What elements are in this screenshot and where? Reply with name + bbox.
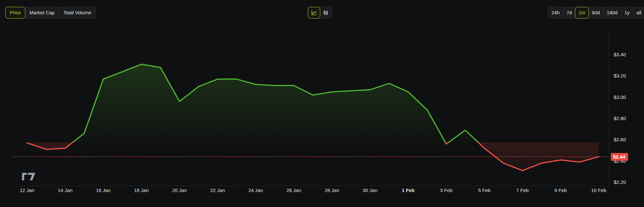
range-tab-7d[interactable]: 7d bbox=[563, 7, 575, 18]
candlestick-chart-button[interactable] bbox=[320, 7, 332, 18]
range-tab-1y[interactable]: 1y bbox=[621, 7, 633, 18]
x-tick-label: 18 Jan bbox=[134, 187, 149, 193]
x-tick-label: 20 Jan bbox=[172, 187, 187, 193]
x-tick-label: 30 Jan bbox=[363, 187, 377, 193]
range-tab-90d[interactable]: 90d bbox=[589, 7, 603, 18]
x-tick-label: 26 Jan bbox=[286, 187, 301, 193]
tab-market-cap[interactable]: Market Cap bbox=[25, 7, 59, 18]
x-tick-label: 5 Feb bbox=[478, 187, 491, 193]
y-tick-label: $3.00 bbox=[614, 94, 626, 100]
range-tab-1y-label: 1y bbox=[624, 9, 630, 16]
range-tab-7d-label: 7d bbox=[566, 9, 572, 16]
y-tick-label: $2.20 bbox=[614, 179, 626, 185]
y-tick-label: $2.80 bbox=[614, 116, 626, 121]
x-tick-label: 1 Feb bbox=[402, 187, 414, 193]
range-tab-24h[interactable]: 24h bbox=[548, 7, 563, 18]
tab-market-cap-label: Market Cap bbox=[29, 9, 55, 16]
range-tab-all[interactable]: all bbox=[633, 7, 644, 18]
range-tab-90d-label: 90d bbox=[592, 9, 600, 16]
x-tick-label: 28 Jan bbox=[324, 187, 339, 193]
x-tick-label: 7 Feb bbox=[516, 187, 529, 193]
range-tab-group: 24h 7d 1m 90d 180d 1y all bbox=[548, 7, 644, 19]
range-tab-180d-label: 180d bbox=[607, 9, 618, 16]
line-chart-icon bbox=[311, 9, 317, 16]
x-tick-label: 16 Jan bbox=[96, 187, 110, 193]
tab-price[interactable]: Price bbox=[5, 7, 25, 19]
tradingview-logo[interactable] bbox=[21, 172, 36, 181]
range-tab-all-label: all bbox=[637, 9, 641, 16]
x-tick-label: 9 Feb bbox=[554, 187, 567, 193]
current-price-badge: $2.44 bbox=[611, 153, 628, 161]
x-tick-label: 14 Jan bbox=[58, 187, 72, 193]
range-tab-1m-label: 1m bbox=[579, 9, 585, 16]
x-tick-label: 10 Feb bbox=[591, 187, 607, 193]
x-tick-label: 12 Jan bbox=[20, 187, 34, 193]
y-tick-label: $3.20 bbox=[614, 73, 626, 78]
tab-price-label: Price bbox=[10, 9, 21, 16]
x-tick-label: 22 Jan bbox=[210, 187, 225, 193]
x-tick-label: 24 Jan bbox=[248, 187, 263, 193]
chart-type-toggle bbox=[308, 7, 332, 19]
tab-total-volume-label: Total Volume bbox=[64, 9, 92, 16]
range-tab-180d[interactable]: 180d bbox=[603, 7, 621, 18]
price-chart-plot-area[interactable]: $3.40$3.20$3.00$2.80$2.60$2.40$2.2012 Ja… bbox=[0, 0, 644, 207]
y-tick-label: $3.40 bbox=[614, 52, 626, 57]
x-tick-label: 3 Feb bbox=[440, 187, 452, 193]
tab-total-volume[interactable]: Total Volume bbox=[59, 7, 96, 18]
range-tab-1m[interactable]: 1m bbox=[575, 7, 589, 19]
y-tick-label: $2.60 bbox=[614, 137, 626, 142]
candlestick-chart-icon bbox=[322, 9, 329, 16]
line-chart-button[interactable] bbox=[308, 7, 320, 19]
range-tab-24h-label: 24h bbox=[551, 9, 560, 16]
metric-tab-group: Price Market Cap Total Volume bbox=[5, 7, 96, 19]
